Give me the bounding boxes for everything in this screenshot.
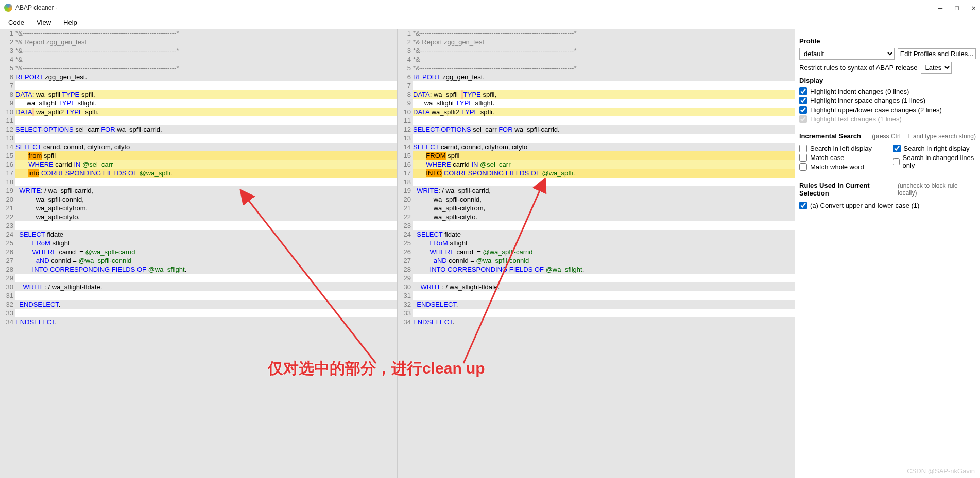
menubar: Code View Help xyxy=(0,15,980,29)
hl-indent-check[interactable]: Highlight indent changes (0 lines) xyxy=(799,87,976,95)
hl-text-check: Highlight text changes (1 lines) xyxy=(799,115,976,123)
rules-heading: Rules Used in Current Selection xyxy=(799,182,898,197)
minimize-button[interactable]: — xyxy=(938,4,942,12)
window-title: ABAP cleaner - xyxy=(15,4,58,11)
menu-help[interactable]: Help xyxy=(58,17,82,28)
search-heading: Incremental Search xyxy=(799,132,861,140)
sidebar: Profile default Edit Profiles and Rules.… xyxy=(795,29,980,478)
abap-release-select[interactable]: Latest xyxy=(921,62,952,74)
profile-heading: Profile xyxy=(799,37,976,45)
close-button[interactable]: ✕ xyxy=(972,4,976,12)
search-hint: (press Ctrl + F and type search string) xyxy=(872,133,976,140)
right-editor[interactable]: 1234567891011121314151617181920212223242… xyxy=(398,29,795,478)
rules-hint: (uncheck to block rule locally) xyxy=(898,182,976,197)
left-editor[interactable]: 1234567891011121314151617181920212223242… xyxy=(0,29,398,478)
match-whole-check[interactable]: Match whole word xyxy=(799,163,883,171)
annotation-text: 仅对选中的部分，进行clean up xyxy=(268,358,485,379)
maximize-button[interactable]: ❐ xyxy=(955,4,959,12)
search-changed-check[interactable]: Search in changed lines only xyxy=(893,154,976,169)
rule-a-check[interactable]: (a) Convert upper and lower case (1) xyxy=(799,202,976,209)
menu-code[interactable]: Code xyxy=(3,17,29,28)
titlebar: ABAP cleaner - — ❐ ✕ xyxy=(0,0,980,15)
app-icon xyxy=(4,4,12,12)
restrict-label: Restrict rules to syntax of ABAP release xyxy=(799,64,918,72)
watermark: CSDN @SAP-nkGavin xyxy=(907,467,975,475)
search-right-check[interactable]: Search in right display xyxy=(893,145,976,152)
profile-select[interactable]: default xyxy=(799,48,895,60)
search-left-check[interactable]: Search in left display xyxy=(799,145,883,152)
hl-inner-check[interactable]: Highlight inner space changes (1 lines) xyxy=(799,97,976,104)
display-heading: Display xyxy=(799,77,976,84)
edit-profiles-button[interactable]: Edit Profiles and Rules... xyxy=(898,48,976,59)
match-case-check[interactable]: Match case xyxy=(799,154,883,162)
hl-case-check[interactable]: Highlight upper/lower case changes (2 li… xyxy=(799,106,976,114)
menu-view[interactable]: View xyxy=(31,17,56,28)
